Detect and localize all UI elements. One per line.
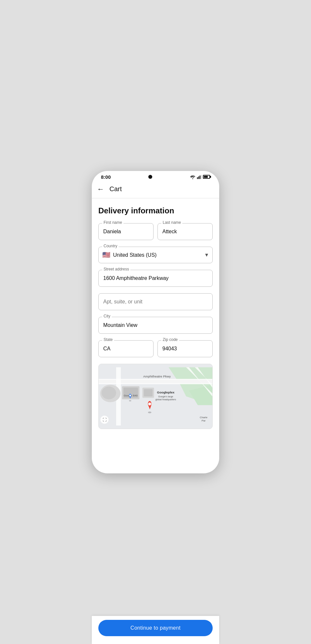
svg-text:Charle: Charle [200, 416, 207, 419]
map-container[interactable]: Amphitheatre Pkwy Google B40 Googleplex … [98, 364, 213, 429]
wifi-icon [190, 175, 196, 179]
first-name-input[interactable] [98, 223, 154, 240]
signal-icon [197, 175, 202, 179]
status-bar: 8:00 [92, 171, 219, 182]
svg-rect-3 [201, 175, 202, 179]
back-button[interactable]: ← [97, 184, 107, 194]
status-icons [190, 175, 210, 179]
back-arrow-icon: ← [97, 186, 104, 193]
svg-rect-6 [99, 380, 212, 383]
svg-rect-11 [144, 389, 153, 396]
last-name-label: Last name [161, 220, 182, 225]
first-name-label: First name [102, 220, 123, 225]
apt-suite-input[interactable] [98, 293, 213, 310]
apt-suite-group [98, 293, 213, 310]
country-group: Country 🇺🇸 United States (US) Canada Uni… [98, 247, 213, 263]
name-row: First name Last name [98, 223, 213, 240]
state-label: State [102, 337, 114, 342]
first-name-group: First name [98, 223, 154, 240]
camera-dot [148, 175, 152, 179]
street-address-input[interactable] [98, 270, 213, 287]
city-group: City [98, 317, 213, 334]
zip-input[interactable] [157, 340, 213, 357]
city-label: City [102, 314, 112, 318]
svg-text:⛶: ⛶ [103, 417, 106, 422]
svg-text:Amphitheatre Pkwy: Amphitheatre Pkwy [143, 375, 171, 378]
top-bar: ← Cart [92, 182, 219, 198]
map-view: Amphitheatre Pkwy Google B40 Googleplex … [99, 364, 212, 429]
zip-group: Zip code [157, 340, 213, 357]
state-group: State [98, 340, 154, 357]
svg-text:Google's large: Google's large [158, 395, 173, 398]
country-label: Country [102, 244, 119, 248]
svg-point-22 [148, 402, 151, 405]
svg-point-13 [102, 386, 116, 399]
last-name-group: Last name [157, 223, 213, 240]
svg-point-17 [129, 394, 131, 396]
status-time: 8:00 [101, 174, 111, 180]
state-zip-row: State Zip code [98, 340, 213, 357]
country-select-wrapper: 🇺🇸 United States (US) Canada United King… [98, 247, 213, 263]
country-select[interactable]: United States (US) Canada United Kingdom [98, 247, 213, 263]
battery-icon [203, 175, 210, 179]
svg-text:Googleplex: Googleplex [157, 391, 175, 394]
page-title: Cart [109, 185, 122, 193]
zip-label: Zip code [161, 337, 179, 342]
svg-rect-2 [200, 176, 201, 179]
street-address-label: Street address [102, 267, 130, 271]
svg-point-16 [129, 400, 131, 401]
last-name-input[interactable] [157, 223, 213, 240]
section-title: Delivery information [98, 206, 213, 215]
svg-text:Par: Par [202, 419, 206, 422]
state-input[interactable] [98, 340, 154, 357]
svg-point-21 [148, 411, 152, 413]
street-address-group: Street address [98, 270, 213, 287]
phone-shell: 8:00 ← Cart [92, 171, 219, 473]
scroll-content: Delivery information First name Last nam… [92, 198, 219, 473]
svg-rect-0 [197, 177, 198, 179]
svg-text:global headquarters: global headquarters [156, 398, 176, 401]
city-input[interactable] [98, 317, 213, 334]
svg-rect-1 [198, 176, 199, 179]
